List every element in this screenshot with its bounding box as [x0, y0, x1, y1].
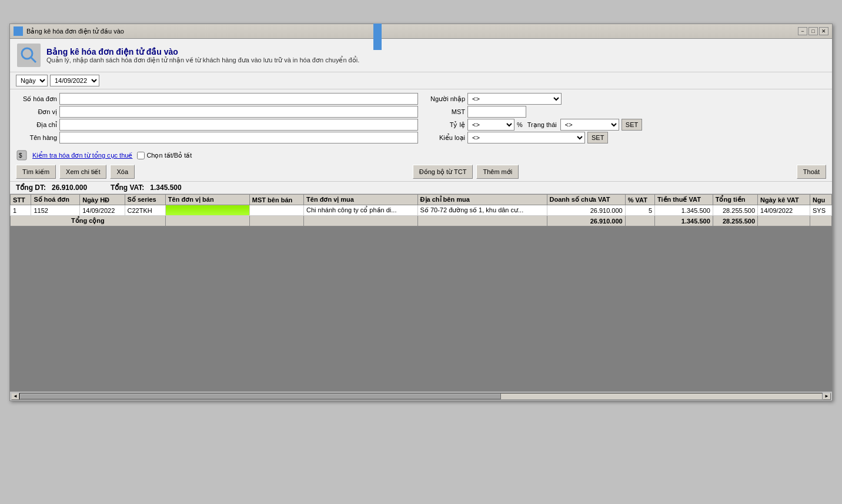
total-row-label: Tổng cộng [11, 216, 166, 226]
total-empty3 [304, 216, 418, 226]
mst-row: MST [424, 106, 826, 118]
date-toolbar: Ngày 14/09/2022 [10, 72, 832, 89]
scrollbar-track[interactable] [19, 393, 823, 400]
tong-vat-value: 1.345.500 [150, 183, 181, 192]
kieu-loai-select[interactable]: <> [467, 132, 585, 143]
scrollbar-thumb[interactable] [20, 393, 501, 399]
svg-point-0 [22, 48, 32, 59]
nguoi-nhap-row: Người nhập <> [424, 93, 826, 105]
total-tien-thue: 1.345.500 [655, 216, 713, 226]
total-empty4 [417, 216, 547, 226]
so-hoa-don-row: Số hóa đơn [16, 93, 418, 105]
ty-le-label: Tỷ lệ [424, 121, 465, 129]
app-logo [17, 44, 41, 67]
col-stt: STT [11, 195, 31, 205]
date-type-select[interactable]: Ngày [16, 75, 48, 86]
invoice-table-container: STT Số hoá đơn Ngày HĐ Số series Tên đơn… [10, 194, 832, 226]
chon-tat-checkbox[interactable] [137, 152, 145, 159]
thoat-button[interactable]: Thoát [797, 165, 826, 179]
tong-dt-label: Tổng DT: [16, 183, 46, 192]
tong-vat-label: Tổng VAT: [111, 183, 144, 192]
dia-chi-input[interactable] [59, 119, 418, 131]
minimize-button[interactable]: − [798, 27, 807, 35]
col-so-hoa-don: Số hoá đơn [31, 195, 80, 205]
title-bar: Bảng kê hóa đơn điện tử đầu vào − □ ✕ [10, 24, 832, 39]
col-pct-vat: % VAT [625, 195, 654, 205]
mst-input[interactable] [467, 106, 526, 118]
link-row: $ Kiểm tra hóa đơn từ tổng cục thuế Chọn… [10, 148, 832, 162]
col-so-series: Số series [125, 195, 165, 205]
tax-icon: $ [16, 149, 28, 161]
so-hoa-don-input[interactable] [59, 93, 418, 105]
totals-bar: Tổng DT: 26.910.000 Tổng VAT: 1.345.500 [10, 181, 832, 194]
scroll-right-button[interactable]: ► [823, 393, 831, 400]
ten-hang-input[interactable] [59, 132, 418, 143]
date-value-select[interactable]: 14/09/2022 [50, 75, 99, 86]
total-tong-tien: 28.255.500 [713, 216, 757, 226]
cell-so-hoa-don: 1152 [31, 205, 80, 216]
col-tien-thue-vat: Tiền thuế VAT [655, 195, 713, 205]
cell-ten-don-vi-ban [165, 205, 249, 216]
col-dia-chi-ben-mua: Địa chỉ bên mua [417, 195, 547, 205]
set2-button[interactable]: SET [587, 132, 608, 143]
cell-tong-tien: 28.255.500 [713, 205, 757, 216]
total-empty6 [758, 216, 810, 226]
window-title: Bảng kê hóa đơn điện tử đầu vào [26, 28, 124, 35]
them-moi-button[interactable]: Thêm mới [476, 165, 519, 179]
kieu-loai-row: Kiểu loại <> SET [424, 132, 826, 143]
percent-symbol: % [517, 121, 523, 128]
scroll-left-button[interactable]: ◄ [11, 393, 19, 400]
cell-ngay-hd: 14/09/2022 [80, 205, 125, 216]
so-hoa-don-label: Số hóa đơn [16, 95, 57, 103]
svg-text:$: $ [19, 152, 22, 159]
nguoi-nhap-select[interactable]: <> [467, 93, 562, 105]
tong-dt-display: Tổng DT: 26.910.000 [16, 183, 87, 192]
don-vi-input[interactable] [59, 106, 418, 118]
restore-button[interactable]: □ [808, 27, 818, 35]
app-subtitle: Quản lý, nhập danh sách hóa đơn điện tử … [46, 56, 359, 64]
cell-mst-ben-ban [249, 205, 303, 216]
cell-ten-don-vi-mua: Chi nhánh công ty cổ phần di... [304, 205, 418, 216]
dia-chi-row: Địa chỉ [16, 119, 418, 131]
col-ngay-hd: Ngày HĐ [80, 195, 125, 205]
window-controls: − □ ✕ [798, 27, 828, 35]
kiem-tra-link[interactable]: Kiểm tra hóa đơn từ tổng cục thuế [32, 152, 132, 159]
col-tong-tien: Tổng tiền [713, 195, 757, 205]
tim-kiem-button[interactable]: Tìm kiếm [16, 165, 56, 179]
dong-bo-tu-tct-button[interactable]: Đồng bộ từ TCT [413, 165, 473, 179]
app-icon [14, 26, 23, 36]
search-form: Số hóa đơn Đơn vị Địa chỉ Tên hàng [10, 89, 832, 148]
ten-hang-label: Tên hàng [16, 134, 57, 141]
cell-doanh-so-chua-vat: 26.910.000 [547, 205, 625, 216]
invoice-table: STT Số hoá đơn Ngày HĐ Số series Tên đơn… [10, 194, 832, 226]
trang-thai-select[interactable]: <> [560, 119, 619, 131]
app-title: Bảng kê hóa đơn điện tử đầu vào [46, 47, 359, 56]
cell-ngu: SYS [810, 205, 831, 216]
close-button[interactable]: ✕ [819, 27, 828, 35]
table-row[interactable]: 1 1152 14/09/2022 C22TKH Chi nhánh công … [11, 205, 832, 216]
ty-le-row: Tỷ lệ <> % Trạng thái <> SET [424, 119, 826, 131]
tong-vat-display: Tổng VAT: 1.345.500 [111, 183, 182, 192]
set1-button[interactable]: SET [622, 119, 642, 131]
horizontal-scrollbar[interactable]: ◄ ► [10, 391, 832, 400]
empty-area [10, 226, 832, 391]
chon-tat-label: Chọn tất/Bỏ tất [146, 152, 192, 159]
app-header: Bảng kê hóa đơn điện tử đầu vào Quản lý,… [10, 39, 832, 72]
chon-tat-checkbox-label[interactable]: Chọn tất/Bỏ tất [137, 152, 192, 159]
cell-stt: 1 [11, 205, 31, 216]
col-ten-don-vi-ban: Tên đơn vị bán [165, 195, 249, 205]
cell-ngay-ke-vat: 14/09/2022 [758, 205, 810, 216]
dia-chi-label: Địa chỉ [16, 121, 57, 129]
total-empty5 [625, 216, 654, 226]
col-ngay-ke-vat: Ngày kê VAT [758, 195, 810, 205]
don-vi-row: Đơn vị [16, 106, 418, 118]
svg-line-1 [31, 58, 36, 62]
ty-le-select[interactable]: <> [467, 119, 514, 131]
xoa-button[interactable]: Xóa [110, 165, 135, 179]
xem-chi-tiet-button[interactable]: Xem chi tiết [59, 165, 106, 179]
col-ten-don-vi-mua: Tên đơn vị mua [304, 195, 418, 205]
total-empty2 [249, 216, 303, 226]
total-empty7 [810, 216, 831, 226]
col-doanh-so-chua-vat: Doanh số chưa VAT [547, 195, 625, 205]
total-doanh-so: 26.910.000 [547, 216, 625, 226]
